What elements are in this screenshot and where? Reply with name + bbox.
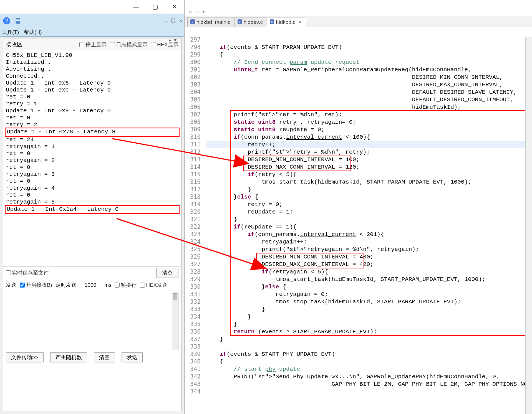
frame-newline-checkbox[interactable]: 帧换行 xyxy=(115,281,137,289)
dropdown-icon[interactable]: ▾ xyxy=(202,9,205,15)
code-line[interactable] xyxy=(206,343,532,350)
line-number[interactable]: 314 xyxy=(185,163,201,171)
line-number[interactable]: 342 xyxy=(185,373,201,380)
window-maximize-button[interactable]: ▢ xyxy=(145,0,165,14)
line-number[interactable]: 323 xyxy=(185,231,201,238)
send-scrollbar[interactable] xyxy=(172,292,178,350)
code-line[interactable]: { xyxy=(206,358,532,365)
code-line[interactable]: DESIRED_MIN_CONN_INTERVAL, xyxy=(206,73,532,81)
code-line[interactable]: } xyxy=(206,313,532,321)
code-line[interactable]: DEFAULT_DESIRED_CONN_TIMEOUT, xyxy=(206,96,532,103)
code-line[interactable]: GAP_PHY_BIT_LE_2M, GAP_PHY_BIT_LE_2M, GA… xyxy=(206,380,532,388)
code-line[interactable]: } xyxy=(206,336,532,343)
line-number[interactable]: 317 xyxy=(185,186,201,193)
line-number[interactable]: 337 xyxy=(185,336,201,343)
code-line[interactable]: tmos_start_task(hidEmuTaskId, START_PARA… xyxy=(206,178,532,186)
line-number[interactable]: 325 xyxy=(185,246,201,253)
ide-tab[interactable]: chidkbd_main.c xyxy=(187,17,235,27)
line-number[interactable]: 333 xyxy=(185,306,201,313)
menu-help[interactable]: 帮助(H) xyxy=(24,29,42,36)
line-number[interactable]: 330 xyxy=(185,283,201,291)
line-number[interactable]: 319 xyxy=(185,201,201,208)
line-number[interactable]: 301 xyxy=(185,66,201,73)
send-interval-input[interactable] xyxy=(80,281,101,289)
code-line[interactable]: if(conn_params.interval_current < 201){ xyxy=(206,231,532,238)
line-number[interactable]: 329 xyxy=(185,276,201,283)
tab-close-icon[interactable]: ✕ xyxy=(298,20,302,25)
line-number[interactable]: 326 xyxy=(185,253,201,261)
line-number[interactable]: 327 xyxy=(185,261,201,268)
file-transfer-button[interactable]: 文件传输>> xyxy=(6,352,44,362)
ide-tab[interactable]: chiddev.c xyxy=(235,17,267,27)
window-close-button[interactable]: ✕ xyxy=(165,0,184,14)
code-line[interactable]: retryagain++; xyxy=(206,238,532,246)
line-number[interactable]: 316 xyxy=(185,178,201,186)
code-line[interactable]: if(conn_params.interval_current < 100){ xyxy=(206,133,532,141)
inner-restore-button[interactable]: ❐ xyxy=(171,18,175,24)
line-number[interactable]: 328 xyxy=(185,268,201,276)
code-line[interactable]: }else { xyxy=(206,283,532,291)
line-number[interactable]: 313 xyxy=(185,156,201,163)
line-number[interactable]: 300 xyxy=(185,59,201,66)
code-line[interactable]: DESIRED_MAX_CONN_INTERVAL = 120; xyxy=(206,163,532,171)
code-line[interactable]: if(events & START_PARAM_UPDATE_EVT) xyxy=(206,44,532,51)
menu-tools[interactable]: 工具(T) xyxy=(2,29,19,36)
generate-random-button[interactable]: 产生随机数 xyxy=(50,352,87,362)
line-number[interactable]: 297 xyxy=(185,36,201,44)
line-number[interactable]: 324 xyxy=(185,238,201,246)
code-line[interactable]: } xyxy=(206,186,532,193)
code-line[interactable]: // Send connect param update request xyxy=(206,59,532,66)
line-number[interactable]: 306 xyxy=(185,103,201,111)
send-textarea[interactable] xyxy=(6,292,178,350)
line-number[interactable]: 331 xyxy=(185,291,201,298)
code-line[interactable]: } xyxy=(206,216,532,223)
code-line[interactable]: retryagain = 0; xyxy=(206,291,532,298)
file-icon[interactable] xyxy=(13,16,23,26)
clear-send-button[interactable]: 清空 xyxy=(94,352,115,362)
line-number[interactable]: 308 xyxy=(185,118,201,126)
code-line[interactable]: if(reUpdate == 1){ xyxy=(206,223,532,231)
hex-display-checkbox[interactable]: HEX显示 xyxy=(151,41,178,48)
line-number[interactable]: 343 xyxy=(185,380,201,388)
code-line[interactable]: return (events ^ START_PARAM_UPDATE_EVT)… xyxy=(206,328,532,336)
code-line[interactable]: DESIRED_MAX_CONN_INTERVAL = 420; xyxy=(206,261,532,268)
code-line[interactable]: } xyxy=(206,321,532,328)
line-number[interactable]: 340 xyxy=(185,358,201,365)
line-number[interactable]: 322 xyxy=(185,223,201,231)
line-number[interactable]: 303 xyxy=(185,81,201,88)
code-line[interactable]: printf("st">"retryagain = %d\n", retryag… xyxy=(206,246,532,253)
code-line[interactable]: if(retry < 5){ xyxy=(206,171,532,178)
code-line[interactable]: DEFAULT_DESIRED_SLAVE_LATENCY, xyxy=(206,88,532,96)
inner-minimize-button[interactable]: – xyxy=(165,18,167,24)
realtime-save-checkbox[interactable]: 实时保存至文件 xyxy=(6,269,49,276)
hex-send-checkbox[interactable]: HEX发送 xyxy=(140,281,167,289)
code-line[interactable]: } xyxy=(206,306,532,313)
open-receive-checkbox[interactable]: 开启接收B) xyxy=(20,281,52,289)
code-line[interactable]: { xyxy=(206,51,532,59)
line-number[interactable]: 305 xyxy=(185,96,201,103)
pause-display-checkbox[interactable]: 停止显示 xyxy=(79,41,107,48)
line-number[interactable]: 334 xyxy=(185,313,201,321)
line-number[interactable]: 335 xyxy=(185,321,201,328)
receive-console[interactable]: CH58x_BLE_LIB_V1.90Initialized..Advertis… xyxy=(3,50,181,266)
inner-close-button[interactable]: × xyxy=(179,18,182,24)
line-number[interactable]: 307 xyxy=(185,111,201,118)
line-number[interactable]: 298 xyxy=(185,44,201,51)
code-line[interactable]: printf("st">"ret = %d\n", ret); xyxy=(206,111,532,118)
ide-tab[interactable]: chidkbd.c✕ xyxy=(267,17,306,27)
window-minimize-button[interactable]: — xyxy=(126,0,145,14)
code-line[interactable] xyxy=(206,36,532,44)
back-icon[interactable]: ⇦ xyxy=(188,9,193,15)
code-line[interactable]: retry++; xyxy=(206,141,532,148)
line-number[interactable]: 304 xyxy=(185,88,201,96)
line-number[interactable]: 315 xyxy=(185,171,201,178)
code-line[interactable]: reUpdate = 1; xyxy=(206,208,532,216)
code-line[interactable] xyxy=(206,388,532,395)
code-line[interactable]: PRINT("st">"Send Phy Update %x...\n", GA… xyxy=(206,373,532,380)
code-line[interactable]: retry = 0; xyxy=(206,201,532,208)
line-number[interactable]: 309 xyxy=(185,126,201,133)
code-line[interactable]: hidEmuTaskId); xyxy=(206,103,532,111)
clear-receive-button[interactable]: 清空 xyxy=(156,268,178,278)
code-line[interactable]: uint8_t ret = GAPRole_PeripheralConnPara… xyxy=(206,66,532,73)
line-number[interactable]: 341 xyxy=(185,365,201,373)
